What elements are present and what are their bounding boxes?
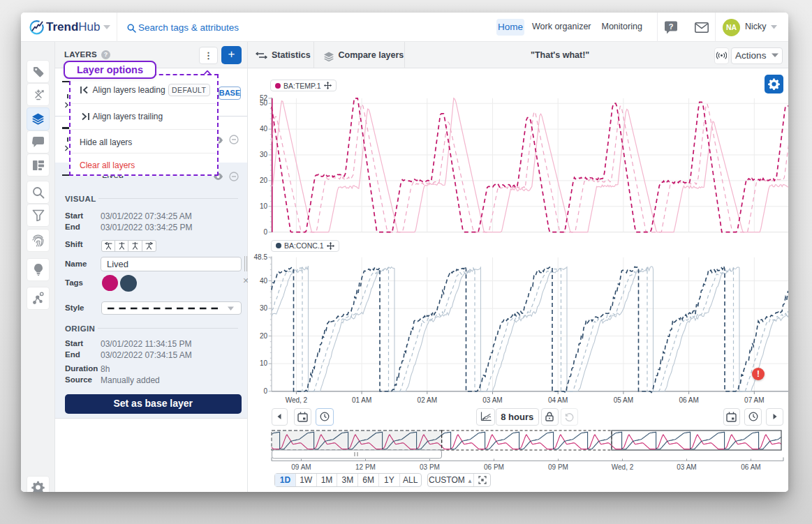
svg-text:0: 0: [263, 387, 267, 395]
svg-text:20: 20: [260, 177, 268, 184]
svg-text:20: 20: [260, 332, 268, 340]
svg-text:06 PM: 06 PM: [484, 463, 504, 471]
svg-text:06 AM: 06 AM: [679, 396, 698, 404]
svg-text:06 AM: 06 AM: [741, 463, 760, 471]
svg-text:09 PM: 09 PM: [548, 463, 568, 471]
svg-text:50: 50: [260, 99, 268, 107]
svg-text:01 AM: 01 AM: [352, 396, 371, 404]
svg-text:10: 10: [260, 359, 268, 367]
svg-text:Wed, 2: Wed, 2: [286, 396, 308, 404]
svg-text:30: 30: [260, 304, 268, 312]
svg-text:?: ?: [669, 22, 674, 31]
svg-text:Wed, 2: Wed, 2: [612, 463, 634, 471]
svg-text:04 AM: 04 AM: [548, 396, 568, 404]
svg-text:07 AM: 07 AM: [744, 396, 764, 404]
svg-text:03 PM: 03 PM: [420, 463, 440, 471]
svg-text:40: 40: [260, 277, 268, 285]
svg-text:48.5: 48.5: [254, 253, 268, 261]
svg-text:12 PM: 12 PM: [355, 463, 376, 471]
svg-text:0: 0: [263, 228, 267, 236]
svg-text:30: 30: [260, 151, 268, 158]
svg-text:10: 10: [260, 202, 268, 210]
svg-text:03 AM: 03 AM: [482, 396, 502, 404]
svg-text:05 AM: 05 AM: [614, 396, 633, 404]
svg-text:03 AM: 03 AM: [677, 463, 696, 471]
svg-text:02 AM: 02 AM: [418, 396, 437, 404]
svg-text:09 AM: 09 AM: [291, 463, 311, 471]
svg-text:40: 40: [260, 125, 268, 133]
